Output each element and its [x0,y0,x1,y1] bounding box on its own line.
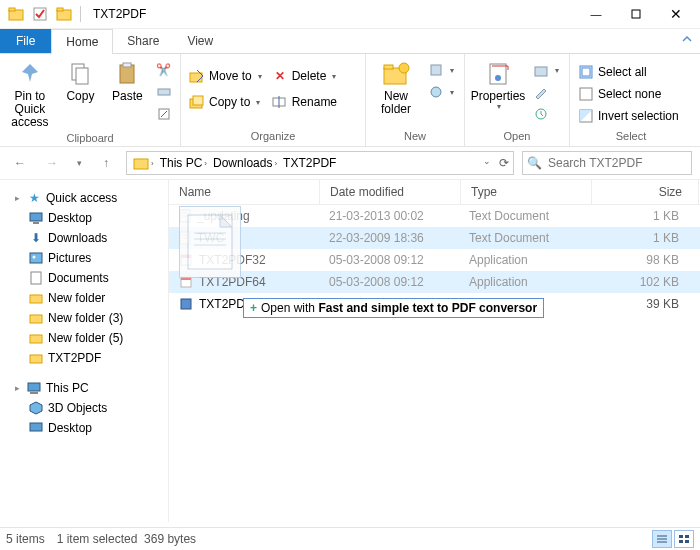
rename-icon [272,94,288,110]
sidebar-item[interactable]: New folder (5) [4,328,164,348]
copy-to-button[interactable]: Copy to▾ [187,92,264,112]
move-to-button[interactable]: Move to▾ [187,66,264,86]
svg-rect-39 [30,355,42,363]
desktop-icon [28,210,44,226]
delete-icon: ✕ [272,68,288,84]
sidebar-item[interactable]: Pictures [4,248,164,268]
easy-access-icon [428,84,444,100]
icons-view-button[interactable] [674,530,694,548]
file-icon [179,209,191,223]
select-all-button[interactable]: Select all [576,62,681,82]
file-type: Text Document [459,231,589,245]
sidebar-item[interactable]: Desktop [4,208,164,228]
group-label: Organize [187,128,359,142]
forward-button[interactable]: → [40,151,64,175]
collapse-ribbon-icon[interactable] [680,32,694,46]
select-none-button[interactable]: Select none [576,84,681,104]
paste-button[interactable]: Paste [107,58,148,103]
group-label: New [372,128,458,142]
file-size: 39 KB [589,297,695,311]
open-button[interactable]: ▾ [531,60,561,80]
breadcrumb-seg[interactable]: TXT2PDF [281,156,338,170]
back-button[interactable]: ← [8,151,32,175]
new-folder-button[interactable]: New folder [372,58,420,116]
sidebar-item[interactable]: ⬇Downloads [4,228,164,248]
address-bar[interactable]: › This PC› Downloads› TXT2PDF ⌄ ⟳ [126,151,514,175]
file-row[interactable]: TXT2PDF3205-03-2008 09:12Application98 K… [169,249,700,271]
file-row[interactable]: TXT2PDF6405-03-2008 09:12Application102 … [169,271,700,293]
breadcrumb-seg[interactable]: This PC› [158,156,209,170]
sidebar-item[interactable]: New folder [4,288,164,308]
folder-icon [133,156,149,170]
invert-selection-button[interactable]: Invert selection [576,106,681,126]
refresh-icon[interactable]: ⟳ [499,156,509,170]
details-view-button[interactable] [652,530,672,548]
pin-to-quick-access-button[interactable]: Pin to Quick access [6,58,54,130]
col-name[interactable]: Name [169,180,320,204]
new-folder-icon [382,60,410,88]
properties-button[interactable]: Properties▾ [471,58,525,112]
file-area[interactable]: Name Date modified Type Size _updating21… [169,180,700,522]
sidebar-item[interactable]: TXT2PDF [4,348,164,368]
select-all-icon [578,64,594,80]
tab-view[interactable]: View [173,29,227,53]
breadcrumb-dropdown-icon[interactable]: ⌄ [483,156,491,170]
col-date[interactable]: Date modified [320,180,461,204]
svg-rect-62 [685,535,689,538]
copyto-icon [189,94,205,110]
copy-button[interactable]: Copy [60,58,101,103]
file-row[interactable]: TWC22-03-2009 18:36Text Document1 KB [169,227,700,249]
select-none-icon [578,86,594,102]
scissors-icon: ✂️ [156,62,172,78]
col-type[interactable]: Type [461,180,592,204]
file-type: Text Document [459,209,589,223]
easy-access-button[interactable]: ▾ [426,82,456,102]
drag-tooltip: + Open with Fast and simple text to PDF … [243,298,544,318]
search-box[interactable]: 🔍 [522,151,692,175]
new-item-button[interactable]: ▾ [426,60,456,80]
sidebar-item[interactable]: 3D Objects [4,398,164,418]
status-bar: 5 items 1 item selected 369 bytes [0,527,700,550]
tab-file[interactable]: File [0,29,51,53]
search-input[interactable] [546,155,687,171]
file-type: Application [459,253,589,267]
sidebar-item[interactable]: Documents [4,268,164,288]
selection-count: 1 item selected 369 bytes [57,532,196,546]
sidebar-quick-access[interactable]: ▸★Quick access [4,188,164,208]
checkbox-icon[interactable] [32,6,48,22]
cut-button[interactable]: ✂️ [154,60,174,80]
paste-shortcut-button[interactable] [154,104,174,124]
col-size[interactable]: Size [592,180,699,204]
history-icon [533,106,549,122]
rename-button[interactable]: Rename [270,92,339,112]
pin-icon [16,60,44,88]
delete-button[interactable]: ✕Delete▾ [270,66,339,86]
file-row[interactable]: _updating21-03-2013 00:02Text Document1 … [169,205,700,227]
history-button[interactable] [531,104,561,124]
group-label: Clipboard [6,130,174,144]
sidebar-item[interactable]: New folder (3) [4,308,164,328]
pictures-icon [28,250,44,266]
svg-rect-20 [431,65,441,75]
edit-button[interactable] [531,82,561,102]
svg-point-23 [495,75,501,81]
tab-share[interactable]: Share [113,29,173,53]
file-icon [179,275,193,289]
sidebar-this-pc[interactable]: ▸This PC [4,378,164,398]
svg-rect-8 [120,65,134,83]
close-button[interactable]: ✕ [656,0,696,28]
path-icon [156,84,172,100]
minimize-button[interactable]: — [576,0,616,28]
invert-icon [578,108,594,124]
svg-rect-27 [582,68,590,76]
up-button[interactable]: ↑ [94,151,118,175]
sidebar-item[interactable]: Desktop [4,418,164,438]
svg-rect-63 [679,540,683,543]
recent-button[interactable]: ▾ [72,151,86,175]
copy-path-button[interactable] [154,82,174,102]
file-icon [179,253,193,267]
tab-home[interactable]: Home [51,29,113,54]
maximize-button[interactable] [616,0,656,28]
svg-rect-24 [535,67,547,76]
breadcrumb-seg[interactable]: Downloads› [211,156,279,170]
